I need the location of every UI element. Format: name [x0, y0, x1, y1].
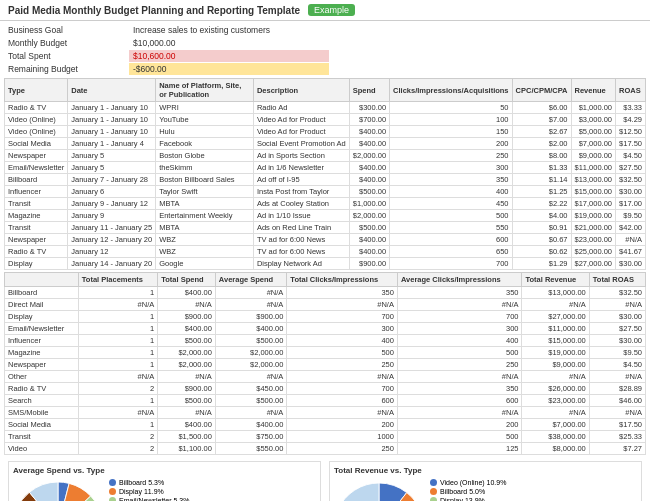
table-cell: #N/A [589, 299, 645, 311]
table-row: SMS/Mobile#N/A#N/A#N/A#N/A#N/A#N/A#N/A [5, 407, 646, 419]
table-cell: $13,000.00 [522, 287, 589, 299]
table-cell: 1 [78, 287, 157, 299]
table-cell: $12.50 [616, 126, 646, 138]
table-cell: $1.29 [512, 258, 571, 270]
table-cell: $2,000.00 [349, 150, 389, 162]
col-cpc: CPC/CPM/CPA [512, 79, 571, 102]
table-cell: $700.00 [349, 114, 389, 126]
table-cell: $400.00 [349, 138, 389, 150]
table-cell: $1,100.00 [158, 443, 216, 455]
table-cell: MBTA [156, 198, 254, 210]
table-cell: Transit [5, 222, 68, 234]
legend-label: Display 11.9% [119, 488, 164, 495]
table-cell: $8,000.00 [522, 443, 589, 455]
legend-item: Billboard 5.0% [430, 488, 510, 495]
summary-table-body: Billboard1$400.00#N/A350350$13,000.00$32… [5, 287, 646, 455]
meta-section: Business GoalIncrease sales to existing … [0, 21, 650, 78]
table-cell: 125 [397, 443, 522, 455]
table-cell: January 14 - January 20 [68, 258, 156, 270]
table-cell: 350 [287, 287, 398, 299]
table-cell: $38,000.00 [522, 431, 589, 443]
table-cell: Ad in 1/6 Newsletter [253, 162, 349, 174]
table-cell: WPRI [156, 102, 254, 114]
chart-left: Average Spend vs. Type Monthly Budget Bi… [8, 461, 321, 501]
table-cell: Google [156, 258, 254, 270]
table-cell: 1 [78, 395, 157, 407]
table-cell: January 9 - January 12 [68, 198, 156, 210]
table-cell: $300.00 [349, 102, 389, 114]
table-cell: #N/A [397, 299, 522, 311]
table-cell: 200 [287, 419, 398, 431]
header-bar: Paid Media Monthly Budget Planning and R… [0, 0, 650, 21]
table-cell: January 1 - January 10 [68, 102, 156, 114]
table-cell: Radio & TV [5, 102, 68, 114]
table-cell: $2,000.00 [215, 347, 287, 359]
table-cell: Boston Billboard Sales [156, 174, 254, 186]
legend-color [430, 497, 437, 501]
table-cell: 350 [397, 383, 522, 395]
legend-color [430, 488, 437, 495]
table-cell: $21,000.00 [571, 222, 616, 234]
table-cell: $4.50 [616, 150, 646, 162]
chart-right: Total Revenue vs. Type Video (Online) 10… [329, 461, 642, 501]
table-row: Newspaper1$2,000.00$2,000.00250250$9,000… [5, 359, 646, 371]
table-cell: 100 [390, 114, 512, 126]
table-cell: Facebook [156, 138, 254, 150]
col-roas: ROAS [616, 79, 646, 102]
table-cell: Video Ad for Product [253, 114, 349, 126]
table-cell: $42.00 [616, 222, 646, 234]
legend-item: Display 11.9% [109, 488, 189, 495]
table-row: NewspaperJanuary 12 - January 20WBZTV ad… [5, 234, 646, 246]
table-cell: $400.00 [215, 419, 287, 431]
legend-label: Display 13.9% [440, 497, 485, 501]
meta-label: Monthly Budget [8, 37, 128, 49]
legend-right: Video (Online) 10.9%Billboard 5.0%Displa… [430, 479, 510, 501]
table-cell: $17.50 [589, 419, 645, 431]
table-cell: $46.00 [589, 395, 645, 407]
legend-label: Email/Newsletter 5.3% [119, 497, 189, 501]
sum-col-avg-clicks: Average Clicks/Impressions [397, 273, 522, 287]
table-cell: $0.91 [512, 222, 571, 234]
table-cell: $15,000.00 [571, 186, 616, 198]
table-cell: 500 [397, 431, 522, 443]
table-cell: 1 [78, 335, 157, 347]
table-cell: 2 [78, 383, 157, 395]
table-row: Email/Newsletter1$400.00$400.00300300$11… [5, 323, 646, 335]
table-row: Video (Online)January 1 - January 10Hulu… [5, 126, 646, 138]
table-row: Other#N/A#N/A#N/A#N/A#N/A#N/A#N/A [5, 371, 646, 383]
table-cell: $17.50 [616, 138, 646, 150]
table-cell: $750.00 [215, 431, 287, 443]
table-cell: $550.00 [215, 443, 287, 455]
table-cell: Radio & TV [5, 246, 68, 258]
table-cell: $28.89 [589, 383, 645, 395]
table-cell: $4.29 [616, 114, 646, 126]
table-cell: January 9 [68, 210, 156, 222]
chart-left-title: Average Spend vs. Type [13, 466, 316, 475]
table-cell: $1.25 [512, 186, 571, 198]
table-cell: $500.00 [215, 395, 287, 407]
table-cell: $17.00 [616, 198, 646, 210]
main-table-body: Radio & TVJanuary 1 - January 10WPRIRadi… [5, 102, 646, 270]
table-cell: YouTube [156, 114, 254, 126]
table-row: InfluencerJanuary 6Taylor SwiftInsta Pos… [5, 186, 646, 198]
pie-chart-left [13, 482, 103, 502]
table-row: Radio & TVJanuary 12WBZTV ad for 6:00 Ne… [5, 246, 646, 258]
table-cell: $2,000.00 [158, 359, 216, 371]
table-cell: Email/Newsletter [5, 162, 68, 174]
table-cell: $1,500.00 [158, 431, 216, 443]
table-cell: 600 [287, 395, 398, 407]
table-cell: 50 [390, 102, 512, 114]
table-cell: $8.00 [512, 150, 571, 162]
col-description: Description [253, 79, 349, 102]
table-cell: $7.27 [589, 443, 645, 455]
table-cell: #N/A [397, 371, 522, 383]
table-cell: $30.00 [589, 311, 645, 323]
legend-left: Billboard 5.3%Display 11.9%Email/Newslet… [109, 479, 189, 501]
table-cell: Direct Mail [5, 299, 79, 311]
meta-label: Remaining Budget [8, 63, 128, 75]
table-cell: 700 [397, 311, 522, 323]
table-cell: Email/Newsletter [5, 323, 79, 335]
table-cell: 600 [397, 395, 522, 407]
table-cell: 150 [390, 126, 512, 138]
table-cell: 400 [397, 335, 522, 347]
